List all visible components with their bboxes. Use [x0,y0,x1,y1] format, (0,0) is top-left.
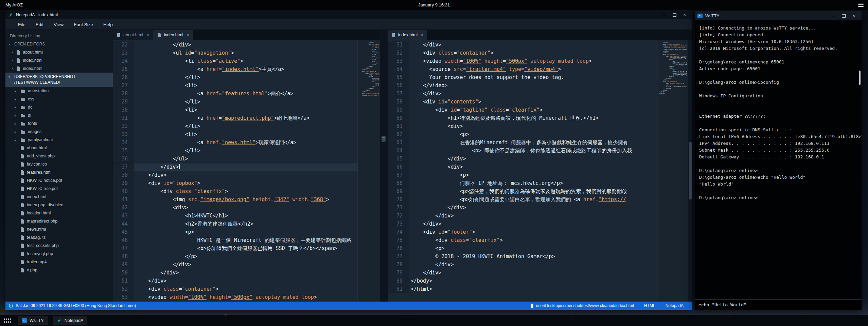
code-line-33[interactable]: 33 <li> [113,130,357,138]
sidebar-file-mapredirect-php[interactable]: mapredirect.php [5,217,113,225]
code-line-52[interactable]: 52 <div class="container"> [113,285,357,293]
code-editor-pane1[interactable]: 22 </div> 23 <ul id="navigation"> 24 <li… [113,40,357,302]
code-line-77[interactable]: 77 © 2018 - 2019 HKWTC Animation Gamer</… [388,252,658,261]
code-line-32[interactable]: 32 </li> [113,122,357,130]
code-line-59[interactable]: 59 <div id="tagline" class="clearfix"> [388,106,658,114]
code-line-53[interactable]: 53 <video width="100%" height="500px" au… [388,57,658,65]
code-line-35[interactable]: 35 </li> [113,147,357,155]
code-line-81[interactable]: 81</html> [388,285,658,293]
code-line-24[interactable]: 24 <li class="active"> [113,57,357,65]
menu-font-size[interactable]: Font Size [69,19,98,30]
code-line-54[interactable]: 54 <source src="trailer.mp4" type="video… [388,65,658,73]
open-editor-index-html[interactable]: × index.html [5,64,113,73]
code-line-39[interactable]: 39 <div id="topbox"> [113,179,357,187]
code-line-69[interactable]: 69 <p>請注意，我們的伺服器為確保玩家及遊玩時的質素，我們對的服務開啟 [388,187,658,195]
sidebar-file-teabag-7z[interactable]: teabag.7z [5,233,113,242]
minimize-button[interactable]: – [828,11,838,20]
code-line-48[interactable]: 48 </p> [113,252,357,261]
code-line-60[interactable]: 60 <h1>特別為建築及鐵路而設，現代化的 Minecraft 世界.</h1… [388,114,658,122]
terminal-output[interactable]: [info] Conencting to arozos WsTTY servic… [695,20,862,299]
maximize-button[interactable] [669,10,679,19]
notepad-titlebar[interactable]: NotepadA - index.html – × [5,10,692,19]
sidebar-folder-autostation[interactable]: ▸ autostation [5,87,113,95]
sidebar-file-location-html[interactable]: location.html [5,209,113,217]
sidebar-folder-dl[interactable]: ▸ dl [5,111,113,119]
code-line-41[interactable]: 41 <img src="images/box.png" height="342… [113,195,357,204]
code-line-22[interactable]: 22 </div> [113,41,357,49]
sidebar-file-add-vhost-php[interactable]: add_vhost.php [5,152,113,160]
code-line-76[interactable]: 76 <p> [388,244,658,252]
taskbar-item-wstty[interactable]: >_ WsTTY [18,316,48,325]
sidebar-file-test-sockets-php[interactable]: test_sockets.php [5,242,113,250]
wstty-titlebar[interactable]: >_ WsTTY – × [695,11,862,20]
code-line-66[interactable]: 66 <div> [388,163,658,171]
code-line-67[interactable]: 67 <p> [388,171,658,179]
code-line-70[interactable]: 70 <p>如有問題或需要申請白名單，歡迎加入我們的 <a href="http… [388,195,658,204]
sidebar-folder-images[interactable]: ▸ images [5,128,113,136]
code-line-74[interactable]: 74 <div id="footer"> [388,228,658,236]
code-line-71[interactable]: 71 </div> [388,204,658,212]
start-menu-button[interactable] [2,315,14,326]
close-button[interactable]: × [679,10,690,19]
code-line-43[interactable]: 43 <h1>HKWTC</h1> [113,212,357,220]
code-line-80[interactable]: 80</body> [388,277,658,285]
code-line-62[interactable]: 62 <p> [388,130,658,138]
status-language[interactable]: HTML [644,303,655,308]
sidebar-folder-css[interactable]: ▸ css [5,95,113,103]
code-line-56[interactable]: 56 </video> [388,81,658,90]
menu-view[interactable]: View [49,19,69,30]
sidebar-file-trailer-mp4[interactable]: trailer.mp4 [5,258,113,266]
code-line-42[interactable]: 42 <div> [113,204,357,212]
close-icon[interactable]: × [146,33,149,37]
code-editor-pane2[interactable]: 51 </div> 52 <div class="container"> 53 … [388,40,658,302]
close-button[interactable]: × [849,11,859,20]
menu-help[interactable]: Help [98,19,118,30]
sidebar-file-hkwtc-rule-pdf[interactable]: HKWTC rule.pdf [5,185,113,193]
sidebar-folder-dc[interactable]: ▸ dc [5,103,113,111]
code-line-27[interactable]: 27 <li> [113,81,357,90]
sidebar-file-index-html[interactable]: index.html [5,193,113,201]
code-line-68[interactable]: 68 伺服器 IP 地址為： mcs.hkwtc.org</p> [388,179,658,187]
sidebar-file-x-php[interactable]: x.php [5,266,113,274]
code-line-29[interactable]: 29 </li> [113,98,357,106]
menu-edit[interactable]: Edit [31,19,49,30]
editor-scrollbar[interactable] [688,40,692,302]
code-line-57[interactable]: 57 </div> [388,90,658,98]
code-line-51[interactable]: 51 </div> [388,41,658,49]
hamburger-menu-icon[interactable] [858,3,864,8]
close-icon[interactable]: × [187,33,189,37]
terminal-scrollbar-thumb[interactable] [859,71,861,85]
code-line-37[interactable]: 37 </div> [113,163,357,171]
code-line-31[interactable]: 31 <a href="mapredirect.php">網上地圖</a> [113,114,357,122]
code-line-44[interactable]: 44 <h2>香港的建築伺服器</h2> [113,220,357,228]
code-line-52[interactable]: 52 <div class="container"> [388,49,658,57]
code-line-49[interactable]: 49 </div> [113,261,357,269]
minimap-pane2[interactable]: </div> <div class="container"> <video wi… [658,40,688,302]
sidebar-file-features-html[interactable]: features.html [5,168,113,176]
code-line-28[interactable]: 28 <a href="features.html">簡介</a> [113,90,357,98]
sidebar-file-index-php-disabled[interactable]: index.php_disabled [5,201,113,209]
code-line-53[interactable]: 53 <video width="100%" height="500px" au… [113,293,357,301]
tab-index-html[interactable]: index.html × [388,30,428,40]
minimize-button[interactable]: – [659,10,669,19]
code-line-38[interactable]: 38 </div> [113,171,357,179]
minimap-pane1[interactable]: </div> <ul id="navigation"> <li class="a… [357,40,380,302]
code-line-75[interactable]: 75 <div class="clearfix"> [388,236,658,244]
close-icon[interactable]: × [12,50,14,54]
scrollbar-thumb[interactable] [689,142,692,199]
close-icon[interactable]: × [12,66,14,71]
code-line-65[interactable]: 65 </div> [388,155,658,163]
open-editor-about-html[interactable]: × about.html [5,48,113,56]
menu-file[interactable]: File [13,19,31,30]
aroz-menu[interactable]: My ArOZ [0,2,23,7]
taskbar-item-notepada[interactable]: NotepadA [53,316,88,325]
code-line-61[interactable]: 61 <div> [388,122,658,130]
open-editor-index-html[interactable]: × index.html [5,56,113,64]
code-line-34[interactable]: 34 <a href="news.html">玩家傳送門</a> [113,138,357,147]
code-line-51[interactable]: 51 </div> [113,277,357,285]
code-line-47[interactable]: 47 <b>你知道我們全線伺服器已轉用 SSD 了嗎？</b></span> [113,244,357,252]
sidebar-file-about-html[interactable]: about.html [5,144,113,152]
code-line-23[interactable]: 23 <ul id="navigation"> [113,49,357,57]
sidebar-file-testmysql-php[interactable]: testmysql.php [5,250,113,258]
code-line-40[interactable]: 40 <div class="clearfix"> [113,187,357,195]
